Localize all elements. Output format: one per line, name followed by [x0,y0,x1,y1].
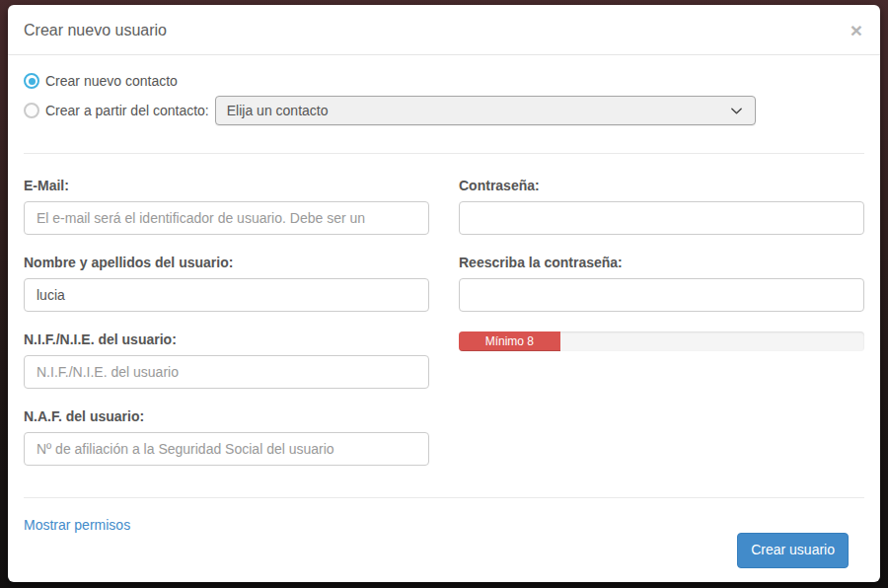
section-divider-bottom [24,497,864,498]
full-name-label: Nombre y apellidos del usuario: [24,255,429,270]
form-column-right: Contraseña: Reescriba la contraseña: Mín… [459,178,864,485]
nif-label: N.I.F./N.I.E. del usuario: [24,331,429,347]
chevron-down-icon [729,104,744,118]
naf-input[interactable] [24,432,429,466]
page-title: Crear nuevo usuario [24,22,167,39]
section-divider-top [24,153,864,154]
naf-label: N.A.F. del usuario: [24,408,429,424]
radio-row-from-contact: Crear a partir del contacto: Elija un co… [24,96,864,125]
form-column-left: E-Mail: Nombre y apellidos del usuario: … [24,178,429,485]
modal-body: Crear nuevo contacto Crear a partir del … [8,55,880,583]
password-confirm-input[interactable] [459,278,864,312]
email-label: E-Mail: [24,178,429,193]
radio-new-contact[interactable] [24,73,39,89]
email-field-group: E-Mail: [24,178,429,235]
show-permissions-link[interactable]: Mostrar permisos [24,517,864,533]
create-user-modal: Crear nuevo usuario × Crear nuevo contac… [8,5,880,582]
password-confirm-field-group: Reescriba la contraseña: [459,255,864,312]
modal-header: Crear nuevo usuario × [8,5,880,55]
nif-field-group: N.I.F./N.I.E. del usuario: [24,331,429,389]
password-strength-bar: Mínimo 8 [459,331,864,351]
password-confirm-label: Reescriba la contraseña: [459,255,864,270]
password-label: Contraseña: [459,178,864,193]
radio-new-contact-label: Crear nuevo contacto [45,73,178,89]
password-strength-fill: Mínimo 8 [459,331,560,351]
full-name-field-group: Nombre y apellidos del usuario: [24,255,429,312]
radio-from-contact[interactable] [24,103,39,118]
contact-select-value: Elija un contacto [227,103,329,118]
close-icon[interactable]: × [849,20,864,40]
create-user-button[interactable]: Crear usuario [737,533,849,568]
nif-input[interactable] [24,355,429,389]
radio-from-contact-label: Crear a partir del contacto: [45,103,209,118]
password-field-group: Contraseña: [459,178,864,235]
form-grid: E-Mail: Nombre y apellidos del usuario: … [24,178,864,485]
full-name-input[interactable] [24,278,429,312]
modal-footer: Crear usuario [24,533,864,583]
password-input[interactable] [459,201,864,235]
contact-select[interactable]: Elija un contacto [215,96,756,125]
email-input[interactable] [24,201,429,235]
radio-row-new-contact: Crear nuevo contacto [24,73,864,89]
naf-field-group: N.A.F. del usuario: [24,408,429,466]
